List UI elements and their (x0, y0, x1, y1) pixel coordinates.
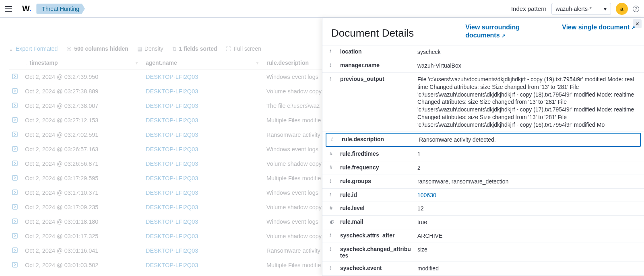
cell-timestamp: Oct 2, 2024 @ 03:26:56.871 (21, 159, 142, 169)
expand-row-icon[interactable] (9, 204, 21, 211)
divider (17, 3, 17, 15)
sort-button[interactable]: ⇅1 fields sorted (172, 45, 217, 52)
field-row[interactable]: tsyscheck.eventmodified (322, 262, 644, 276)
cell-agent-name[interactable]: DESKTOP-LFI2Q03 (142, 188, 262, 198)
cell-timestamp: Oct 2, 2024 @ 03:27:38.007 (21, 101, 142, 111)
svg-rect-12 (12, 248, 17, 253)
expand-row-icon[interactable] (9, 218, 21, 226)
expand-row-icon[interactable] (9, 160, 21, 168)
field-row[interactable]: trule.descriptionRansomware activity det… (326, 133, 641, 147)
field-row[interactable]: tprevious_outputFile 'c:\users\wazuh\doc… (322, 73, 644, 132)
cell-timestamp: Oct 2, 2024 @ 03:26:57.163 (21, 144, 142, 154)
field-row[interactable]: trule.groupsransomware, ransomware_detec… (322, 175, 644, 189)
field-name: rule.description (342, 136, 414, 142)
field-type-icon: t (330, 76, 335, 82)
expand-row-icon[interactable] (9, 175, 21, 182)
field-value: true (417, 218, 639, 226)
breadcrumb[interactable]: Threat Hunting (36, 4, 85, 14)
expand-row-icon[interactable] (9, 73, 21, 81)
col-agent-name[interactable]: agent.name▾ (142, 56, 262, 69)
density-button[interactable]: ▤Density (137, 45, 163, 52)
app-logo[interactable]: W. (22, 4, 31, 13)
field-value: ransomware, ransomware_detection (417, 178, 639, 185)
header-right: Index pattern wazuh-alerts-* ▾ a ? (511, 3, 639, 15)
field-value: ARCHIVE (417, 232, 639, 240)
expand-row-icon[interactable] (9, 131, 21, 139)
avatar[interactable]: a (616, 3, 628, 15)
cell-timestamp: Oct 2, 2024 @ 03:17:29.595 (21, 173, 142, 183)
svg-rect-10 (12, 219, 17, 224)
field-name: rule.level (340, 205, 413, 211)
field-value: syscheck (417, 48, 639, 56)
svg-rect-11 (12, 233, 17, 238)
view-single-link[interactable]: View single document↗ (562, 23, 635, 31)
cell-agent-name[interactable]: DESKTOP-LFI2Q03 (142, 130, 262, 140)
expand-row-icon[interactable] (9, 233, 21, 240)
expand-row-icon[interactable] (9, 117, 21, 124)
field-row[interactable]: #rule.firedtimes1 (322, 148, 644, 161)
cell-agent-name[interactable]: DESKTOP-LFI2Q03 (142, 202, 262, 212)
expand-row-icon[interactable] (9, 247, 21, 255)
col-timestamp[interactable]: ↓timestamp▾ (21, 56, 142, 69)
external-link-icon: ↗ (631, 25, 635, 31)
svg-rect-8 (12, 190, 17, 195)
fullscreen-icon: ⛶ (226, 46, 231, 52)
cell-agent-name[interactable]: DESKTOP-LFI2Q03 (142, 260, 262, 270)
cell-agent-name[interactable]: DESKTOP-LFI2Q03 (142, 115, 262, 125)
field-row[interactable]: ◐rule.mailtrue (322, 216, 644, 229)
expand-row-icon[interactable] (9, 146, 21, 153)
header-left: W. Threat Hunting (5, 3, 85, 15)
field-type-icon: t (330, 48, 335, 54)
field-value: File 'c:\users\wazuh\documents\dkjdkjhdk… (417, 76, 639, 129)
field-value: 1 (417, 150, 639, 158)
field-name: manager.name (340, 62, 413, 68)
field-name: rule.frequency (340, 164, 413, 171)
svg-rect-13 (12, 262, 17, 267)
cell-agent-name[interactable]: DESKTOP-LFI2Q03 (142, 72, 262, 82)
cell-agent-name[interactable]: DESKTOP-LFI2Q03 (142, 144, 262, 154)
field-row[interactable]: trule.id100630 (322, 189, 644, 202)
field-row[interactable]: tmanager.namewazuh-VirtualBox (322, 59, 644, 73)
field-value[interactable]: 100630 (417, 192, 639, 199)
cell-agent-name[interactable]: DESKTOP-LFI2Q03 (142, 101, 262, 111)
cell-agent-name[interactable]: DESKTOP-LFI2Q03 (142, 173, 262, 183)
view-surrounding-link[interactable]: View surrounding documents↗ (465, 23, 546, 39)
field-type-icon: t (330, 246, 335, 252)
field-value: Ransomware activity detected. (419, 136, 637, 144)
cell-agent-name[interactable]: DESKTOP-LFI2Q03 (142, 159, 262, 169)
cell-agent-name[interactable]: DESKTOP-LFI2Q03 (142, 246, 262, 255)
cell-timestamp: Oct 2, 2024 @ 03:27:39.950 (21, 72, 142, 82)
expand-row-icon[interactable] (9, 88, 21, 95)
index-pattern-select[interactable]: wazuh-alerts-* ▾ (551, 3, 611, 15)
field-row[interactable]: tlocationsyscheck (322, 45, 644, 59)
export-button[interactable]: ⤓Export Formated (9, 45, 58, 52)
fullscreen-button[interactable]: ⛶Full screen (226, 45, 261, 52)
field-value: wazuh-VirtualBox (417, 62, 639, 70)
cell-timestamp: Oct 2, 2024 @ 03:27:38.889 (21, 87, 142, 96)
cell-agent-name[interactable]: DESKTOP-LFI2Q03 (142, 231, 262, 241)
svg-rect-9 (12, 204, 17, 209)
columns-hidden-button[interactable]: ⦿500 columns hidden (66, 45, 128, 52)
expand-row-icon[interactable] (9, 189, 21, 197)
svg-rect-2 (12, 103, 17, 108)
field-row[interactable]: #rule.level12 (322, 202, 644, 216)
field-type-icon: # (330, 164, 335, 170)
cell-agent-name[interactable]: DESKTOP-LFI2Q03 (142, 217, 262, 227)
field-row[interactable]: #rule.frequency2 (322, 161, 644, 175)
help-icon[interactable]: ? (633, 6, 639, 12)
field-value: size (417, 246, 639, 253)
expand-row-icon[interactable] (9, 262, 21, 269)
expand-row-icon[interactable] (9, 102, 21, 110)
field-row[interactable]: tsyscheck.attrs_afterARCHIVE (322, 229, 644, 243)
cell-agent-name[interactable]: DESKTOP-LFI2Q03 (142, 87, 262, 96)
flyout-body[interactable]: tlocationsyschecktmanager.namewazuh-Virt… (322, 45, 644, 276)
cell-timestamp: Oct 2, 2024 @ 03:01:18.180 (21, 217, 142, 227)
svg-rect-5 (12, 146, 17, 151)
cell-timestamp: Oct 2, 2024 @ 03:17:09.235 (21, 202, 142, 212)
field-row[interactable]: tsyscheck.changed_attributessize (322, 243, 644, 262)
svg-rect-4 (12, 132, 17, 137)
menu-toggle-icon[interactable] (5, 6, 12, 12)
svg-rect-3 (12, 117, 17, 122)
sort-desc-icon: ↓ (25, 60, 27, 65)
cell-timestamp: Oct 2, 2024 @ 03:01:17.325 (21, 231, 142, 241)
